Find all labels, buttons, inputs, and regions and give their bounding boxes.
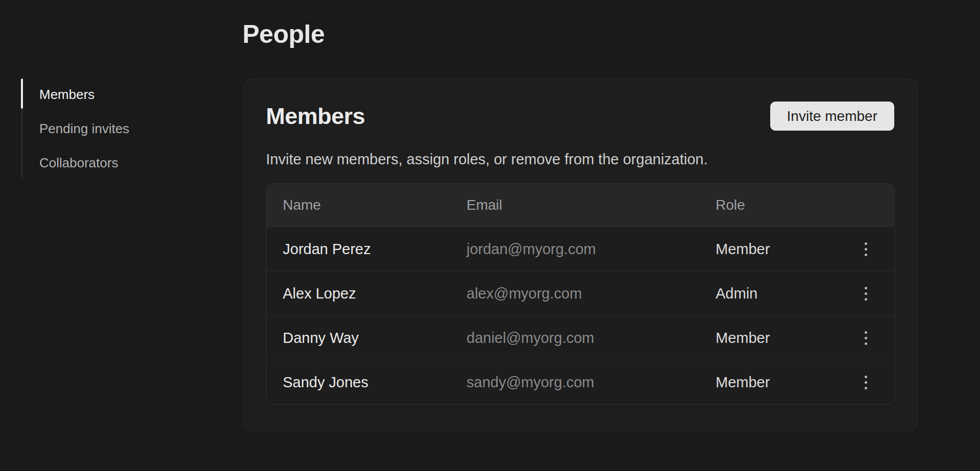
member-email: alex@myorg.com: [467, 285, 716, 302]
column-header-role: Role: [716, 197, 853, 213]
sidebar-item[interactable]: Collaborators: [21, 146, 205, 180]
panel-title: Members: [266, 103, 365, 130]
column-header-name: Name: [283, 197, 467, 213]
row-actions-button[interactable]: [853, 281, 878, 306]
table-row: Danny Way daniel@myorg.com Member: [266, 315, 894, 360]
sidebar-item-label: Collaborators: [39, 155, 118, 171]
member-role: Admin: [716, 285, 853, 302]
member-role: Member: [716, 241, 853, 258]
table-row: Alex Lopez alex@myorg.com Admin: [266, 271, 894, 315]
kebab-menu-icon: [865, 242, 867, 245]
member-name: Danny Way: [283, 330, 467, 346]
sidebar-item-label: Pending invites: [39, 121, 129, 137]
member-role: Member: [716, 330, 853, 346]
column-header-email: Email: [467, 197, 716, 213]
member-name: Jordan Perez: [283, 241, 467, 258]
member-email: jordan@myorg.com: [467, 241, 716, 258]
member-email: daniel@myorg.com: [467, 330, 716, 346]
settings-sidebar: Members Pending invites Collaborators: [21, 78, 205, 180]
sidebar-item-label: Members: [39, 87, 94, 103]
table-row: Jordan Perez jordan@myorg.com Member: [266, 227, 894, 271]
member-role: Member: [716, 374, 853, 391]
kebab-menu-icon: [865, 331, 867, 334]
panel-header: Members Invite member: [266, 102, 894, 131]
sidebar-item[interactable]: Members: [21, 78, 205, 112]
member-name: Sandy Jones: [283, 374, 467, 391]
members-panel: Members Invite member Invite new members…: [243, 79, 918, 431]
member-email: sandy@myorg.com: [467, 374, 716, 391]
member-name: Alex Lopez: [283, 285, 467, 302]
page-title: People: [242, 21, 325, 47]
row-actions-button[interactable]: [853, 326, 878, 350]
row-actions-button[interactable]: [853, 370, 878, 394]
table-row: Sandy Jones sandy@myorg.com Member: [266, 360, 894, 404]
sidebar-item[interactable]: Pending invites: [21, 112, 205, 146]
table-header-row: Name Email Role: [266, 184, 894, 227]
kebab-menu-icon: [865, 287, 867, 289]
panel-description: Invite new members, assign roles, or rem…: [266, 151, 894, 168]
kebab-menu-icon: [865, 376, 867, 378]
row-actions-button[interactable]: [853, 237, 878, 261]
members-table: Name Email Role Jordan Perez jordan@myor…: [266, 183, 895, 405]
invite-member-button[interactable]: Invite member: [770, 102, 894, 131]
